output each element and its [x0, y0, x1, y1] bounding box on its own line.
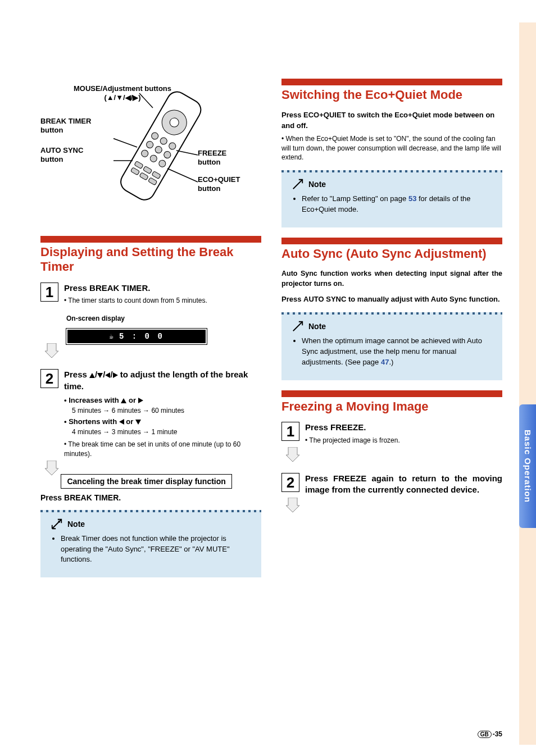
- section-divider: [281, 79, 502, 85]
- note-icon: [51, 518, 63, 530]
- note-item: Break Timer does not function while the …: [61, 534, 251, 566]
- label-auto-sync: AUTO SYNCbutton: [40, 146, 83, 165]
- svg-line-21: [176, 151, 198, 155]
- step-number: 2: [281, 473, 299, 492]
- cancel-instruction: Press BREAK TIMER.: [40, 493, 261, 502]
- remote-illustration: [113, 83, 203, 212]
- note-item: When the optimum image cannot be achieve…: [302, 336, 492, 368]
- svg-line-18: [139, 93, 153, 108]
- page-number: GB-35: [478, 730, 502, 738]
- label-eco-quiet: ECO+QUIETbutton: [198, 175, 240, 194]
- osd-display: ☕5 : 0 0: [66, 329, 207, 344]
- page-side-tint: [519, 22, 536, 745]
- eco-quiet-desc: Press ECO+QUIET to switch the Eco+Quiet …: [281, 110, 502, 130]
- note-break-timer: Note Break Timer does not function while…: [40, 510, 261, 578]
- step1-text: Press BREAK TIMER.: [64, 283, 150, 293]
- side-tab-basic-operation: Basic Operation: [519, 404, 536, 528]
- page-content: MOUSE/Adjustment buttons (▲/▼/◀/▶) BREAK…: [0, 0, 536, 600]
- heading-freeze: Freezing a Moving Image: [281, 399, 502, 414]
- left-column: MOUSE/Adjustment buttons (▲/▼/◀/▶) BREAK…: [40, 79, 261, 577]
- svg-line-22: [167, 168, 198, 182]
- freeze-step-1: 1 Press FREEZE. • The projected image is…: [281, 422, 502, 444]
- step-arrow-icon: [45, 343, 58, 358]
- step-arrow-icon: [286, 498, 299, 512]
- note-item: Refer to "Lamp Setting" on page 53 for d…: [302, 194, 492, 215]
- osd-label: On-screen display: [66, 314, 261, 323]
- section-divider: [281, 390, 502, 397]
- auto-sync-lead: Auto Sync function works when detecting …: [281, 269, 502, 289]
- step-number: 1: [40, 283, 58, 302]
- note-auto-sync: Note When the optimum image cannot be ac…: [281, 312, 502, 380]
- cup-icon: ☕: [109, 333, 113, 341]
- side-tab-label: Basic Operation: [523, 430, 533, 503]
- freeze-step-2: 2 Press FREEZE again to return to the mo…: [281, 473, 502, 496]
- svg-line-19: [113, 130, 137, 147]
- label-break-timer: BREAK TIMERbutton: [40, 117, 91, 135]
- heading-auto-sync: Auto Sync (Auto Sync Adjustment): [281, 247, 502, 261]
- section-divider: [281, 238, 502, 244]
- remote-diagram: MOUSE/Adjustment buttons (▲/▼/◀/▶) BREAK…: [40, 79, 261, 236]
- step-1: 1 Press BREAK TIMER. • The timer starts …: [40, 283, 261, 326]
- svg-rect-0: [117, 88, 203, 203]
- heading-eco-quiet: Switching the Eco+Quiet Mode: [281, 88, 502, 102]
- right-column: Switching the Eco+Quiet Mode Press ECO+Q…: [281, 79, 502, 577]
- page-link-47[interactable]: 47: [381, 358, 389, 366]
- auto-sync-desc: Press AUTO SYNC to manually adjust with …: [281, 294, 502, 304]
- step-arrow-icon: [45, 461, 58, 475]
- note-icon: [292, 178, 304, 190]
- note-eco-quiet: Note Refer to "Lamp Setting" on page 53 …: [281, 170, 502, 227]
- page-link-53[interactable]: 53: [408, 194, 416, 203]
- step-number: 2: [40, 369, 58, 388]
- heading-break-timer: Displaying and Setting the Break Timer: [40, 245, 261, 275]
- step-arrow-icon: [286, 447, 299, 462]
- note-icon: [292, 320, 304, 333]
- cancel-box: Canceling the break timer display functi…: [61, 474, 231, 489]
- step2-text: Press /// to adjust the length of the br…: [64, 370, 248, 390]
- section-divider: [40, 236, 261, 243]
- step-2: 2 Press /// to adjust the length of the …: [40, 369, 261, 458]
- step-number: 1: [281, 422, 299, 441]
